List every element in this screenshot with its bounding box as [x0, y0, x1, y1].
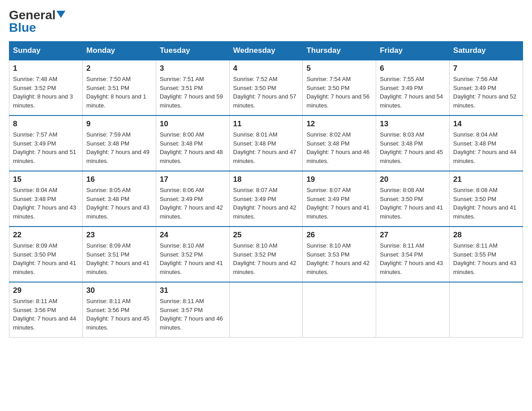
week-row-4: 22Sunrise: 8:09 AMSunset: 3:50 PMDayligh… [9, 227, 523, 282]
col-header-thursday: Thursday [303, 42, 376, 60]
day-info: Sunrise: 8:11 AMSunset: 3:55 PMDaylight:… [453, 241, 519, 276]
calendar-cell: 29Sunrise: 8:11 AMSunset: 3:56 PMDayligh… [9, 282, 83, 338]
day-info: Sunrise: 8:09 AMSunset: 3:50 PMDaylight:… [13, 241, 79, 276]
col-header-monday: Monday [82, 42, 156, 60]
day-number: 10 [160, 120, 226, 128]
day-number: 7 [453, 64, 519, 73]
day-info: Sunrise: 8:04 AMSunset: 3:48 PMDaylight:… [453, 130, 519, 165]
day-number: 16 [86, 175, 152, 184]
calendar-cell: 4Sunrise: 7:52 AMSunset: 3:50 PMDaylight… [229, 60, 303, 116]
calendar-cell: 25Sunrise: 8:10 AMSunset: 3:52 PMDayligh… [229, 227, 303, 282]
calendar-cell: 17Sunrise: 8:06 AMSunset: 3:49 PMDayligh… [156, 171, 229, 227]
calendar-header-row: SundayMondayTuesdayWednesdayThursdayFrid… [9, 42, 523, 60]
calendar-cell: 10Sunrise: 8:00 AMSunset: 3:48 PMDayligh… [156, 116, 229, 171]
logo-general-text: General [9, 9, 56, 21]
day-number: 22 [13, 231, 79, 240]
calendar-cell: 5Sunrise: 7:54 AMSunset: 3:50 PMDaylight… [303, 60, 376, 116]
day-info: Sunrise: 7:56 AMSunset: 3:49 PMDaylight:… [453, 75, 519, 110]
col-header-friday: Friday [376, 42, 450, 60]
day-info: Sunrise: 8:01 AMSunset: 3:48 PMDaylight:… [233, 130, 299, 165]
day-info: Sunrise: 8:11 AMSunset: 3:54 PMDaylight:… [380, 241, 446, 276]
col-header-wednesday: Wednesday [229, 42, 303, 60]
day-info: Sunrise: 8:11 AMSunset: 3:56 PMDaylight:… [86, 297, 152, 332]
logo-triangle-icon [56, 11, 65, 18]
calendar-cell: 6Sunrise: 7:55 AMSunset: 3:49 PMDaylight… [376, 60, 450, 116]
calendar-cell: 14Sunrise: 8:04 AMSunset: 3:48 PMDayligh… [450, 116, 523, 171]
calendar-cell [303, 282, 376, 338]
calendar-cell: 9Sunrise: 7:59 AMSunset: 3:48 PMDaylight… [82, 116, 156, 171]
day-info: Sunrise: 8:06 AMSunset: 3:49 PMDaylight:… [160, 186, 226, 221]
day-info: Sunrise: 8:05 AMSunset: 3:48 PMDaylight:… [86, 186, 152, 221]
day-number: 8 [13, 120, 79, 128]
day-number: 6 [380, 64, 446, 73]
week-row-2: 8Sunrise: 7:57 AMSunset: 3:49 PMDaylight… [9, 116, 523, 171]
calendar-cell: 2Sunrise: 7:50 AMSunset: 3:51 PMDaylight… [82, 60, 156, 116]
day-info: Sunrise: 7:51 AMSunset: 3:51 PMDaylight:… [160, 75, 226, 110]
calendar-cell: 21Sunrise: 8:08 AMSunset: 3:50 PMDayligh… [450, 171, 523, 227]
day-info: Sunrise: 7:50 AMSunset: 3:51 PMDaylight:… [86, 75, 152, 110]
calendar-cell: 26Sunrise: 8:10 AMSunset: 3:53 PMDayligh… [303, 227, 376, 282]
calendar-cell: 13Sunrise: 8:03 AMSunset: 3:48 PMDayligh… [376, 116, 450, 171]
calendar-cell: 20Sunrise: 8:08 AMSunset: 3:50 PMDayligh… [376, 171, 450, 227]
day-number: 26 [306, 231, 372, 240]
day-number: 28 [453, 231, 519, 240]
day-info: Sunrise: 8:07 AMSunset: 3:49 PMDaylight:… [306, 186, 372, 221]
calendar-cell: 16Sunrise: 8:05 AMSunset: 3:48 PMDayligh… [82, 171, 156, 227]
day-number: 9 [86, 120, 152, 128]
calendar-cell [376, 282, 450, 338]
week-row-1: 1Sunrise: 7:48 AMSunset: 3:52 PMDaylight… [9, 60, 523, 116]
day-number: 5 [306, 64, 372, 73]
calendar-table: SundayMondayTuesdayWednesdayThursdayFrid… [9, 41, 523, 338]
calendar-cell: 7Sunrise: 7:56 AMSunset: 3:49 PMDaylight… [450, 60, 523, 116]
calendar-cell: 15Sunrise: 8:04 AMSunset: 3:48 PMDayligh… [9, 171, 83, 227]
day-info: Sunrise: 7:55 AMSunset: 3:49 PMDaylight:… [380, 75, 446, 110]
logo: General Blue [9, 9, 65, 34]
calendar-cell [450, 282, 523, 338]
day-number: 20 [380, 175, 446, 184]
day-number: 24 [160, 231, 226, 240]
day-number: 12 [306, 120, 372, 128]
day-number: 3 [160, 64, 226, 73]
day-number: 23 [86, 231, 152, 240]
day-number: 18 [233, 175, 299, 184]
day-number: 13 [380, 120, 446, 128]
day-number: 21 [453, 175, 519, 184]
day-info: Sunrise: 8:08 AMSunset: 3:50 PMDaylight:… [453, 186, 519, 221]
calendar-cell: 31Sunrise: 8:11 AMSunset: 3:57 PMDayligh… [156, 282, 229, 338]
calendar-cell: 28Sunrise: 8:11 AMSunset: 3:55 PMDayligh… [450, 227, 523, 282]
day-number: 29 [13, 286, 79, 295]
calendar-cell: 30Sunrise: 8:11 AMSunset: 3:56 PMDayligh… [82, 282, 156, 338]
day-number: 25 [233, 231, 299, 240]
day-number: 1 [13, 64, 79, 73]
logo-blue-text: Blue [9, 21, 36, 34]
week-row-3: 15Sunrise: 8:04 AMSunset: 3:48 PMDayligh… [9, 171, 523, 227]
day-info: Sunrise: 8:04 AMSunset: 3:48 PMDaylight:… [13, 186, 79, 221]
day-info: Sunrise: 8:10 AMSunset: 3:52 PMDaylight:… [233, 241, 299, 276]
day-info: Sunrise: 8:11 AMSunset: 3:56 PMDaylight:… [13, 297, 79, 332]
day-info: Sunrise: 7:52 AMSunset: 3:50 PMDaylight:… [233, 75, 299, 110]
day-number: 4 [233, 64, 299, 73]
day-info: Sunrise: 8:08 AMSunset: 3:50 PMDaylight:… [380, 186, 446, 221]
day-info: Sunrise: 8:09 AMSunset: 3:51 PMDaylight:… [86, 241, 152, 276]
day-number: 17 [160, 175, 226, 184]
calendar-cell: 1Sunrise: 7:48 AMSunset: 3:52 PMDaylight… [9, 60, 83, 116]
day-number: 2 [86, 64, 152, 73]
day-info: Sunrise: 7:48 AMSunset: 3:52 PMDaylight:… [13, 75, 79, 110]
day-info: Sunrise: 8:07 AMSunset: 3:49 PMDaylight:… [233, 186, 299, 221]
calendar-cell: 11Sunrise: 8:01 AMSunset: 3:48 PMDayligh… [229, 116, 303, 171]
day-number: 31 [160, 286, 226, 295]
col-header-tuesday: Tuesday [156, 42, 229, 60]
day-number: 14 [453, 120, 519, 128]
day-number: 15 [13, 175, 79, 184]
day-info: Sunrise: 8:10 AMSunset: 3:52 PMDaylight:… [160, 241, 226, 276]
day-info: Sunrise: 7:59 AMSunset: 3:48 PMDaylight:… [86, 130, 152, 165]
day-info: Sunrise: 7:54 AMSunset: 3:50 PMDaylight:… [306, 75, 372, 110]
day-info: Sunrise: 8:03 AMSunset: 3:48 PMDaylight:… [380, 130, 446, 165]
col-header-sunday: Sunday [9, 42, 83, 60]
page-header: General Blue [9, 9, 523, 34]
week-row-5: 29Sunrise: 8:11 AMSunset: 3:56 PMDayligh… [9, 282, 523, 338]
day-info: Sunrise: 8:10 AMSunset: 3:53 PMDaylight:… [306, 241, 372, 276]
day-number: 27 [380, 231, 446, 240]
calendar-cell: 3Sunrise: 7:51 AMSunset: 3:51 PMDaylight… [156, 60, 229, 116]
day-info: Sunrise: 8:00 AMSunset: 3:48 PMDaylight:… [160, 130, 226, 165]
